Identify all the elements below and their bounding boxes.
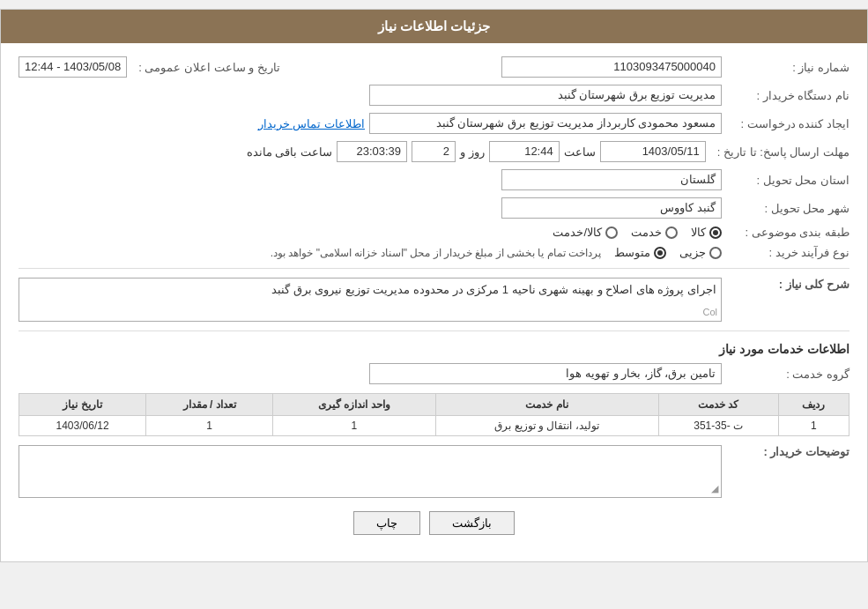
col-indicator: Col	[702, 307, 717, 317]
sharhKoli-text: اجرای پروژه های اصلاح و بهینه شهری ناحیه…	[271, 283, 716, 296]
namDastgah-label: نام دستگاه خریدار :	[726, 89, 849, 102]
content-area: شماره نیاز : 1103093475000040 تاریخ و سا…	[1, 43, 867, 561]
shomareNiaz-label: شماره نیاز :	[726, 61, 849, 74]
page-header: جزئیات اطلاعات نیاز	[1, 10, 867, 43]
button-row: بازگشت چاپ	[19, 511, 849, 548]
row-ijadKonande: ایجاد کننده درخواست : مسعود محمودی کاربر…	[19, 113, 849, 134]
tabaqe-khadamat-radio[interactable]	[665, 227, 678, 239]
shomareNiaz-value: 1103093475000040	[501, 56, 722, 78]
cell-vahed: 1	[273, 416, 435, 436]
cell-kod: ت -35-351	[658, 416, 778, 436]
tabaqe-radio-group: کالا خدمت کالا/خدمت	[553, 226, 722, 239]
cell-name: تولید، انتقال و توزیع برق	[435, 416, 658, 436]
mohlat-label: مهلت ارسال پاسخ: تا تاریخ :	[710, 145, 849, 159]
tabaqe-kala-khadamat: کالا/خدمت	[553, 226, 618, 239]
tabaqe-label: طبقه بندی موضوعی :	[726, 226, 849, 239]
th-kod: کد خدمت	[658, 394, 778, 416]
sharhKoli-container: اجرای پروژه های اصلاح و بهینه شهری ناحیه…	[19, 278, 722, 322]
tabaqe-kala: کالا	[691, 226, 722, 239]
tabaqe-kala-label: کالا	[691, 226, 706, 239]
ostan-label: استان محل تحویل :	[726, 174, 849, 187]
header-title: جزئیات اطلاعات نیاز	[378, 19, 490, 33]
mohlat-baqi: 23:03:39	[337, 141, 407, 162]
row-noeFarayand: نوع فرآیند خرید : جزیی متوسط پرداخت تمام…	[19, 246, 849, 259]
th-tarikh: تاریخ نیاز	[19, 394, 146, 416]
print-button[interactable]: چاپ	[353, 511, 420, 535]
tarikh-value: 1403/05/08 - 12:44	[19, 56, 127, 78]
tozihat-label: توضیحات خریدار :	[726, 445, 849, 458]
cell-radif: 1	[778, 416, 849, 436]
shahr-label: شهر محل تحویل :	[726, 202, 849, 215]
gohreKhadamat-label: گروه خدمت :	[726, 368, 849, 381]
noeFarayand-motavaset-radio[interactable]	[654, 247, 666, 259]
noeFarayand-radio-group: جزیی متوسط	[614, 246, 722, 259]
divider-1	[19, 268, 849, 269]
tozihat-col-indicator: ◢	[711, 483, 718, 494]
khadamat-title: اطلاعات خدمات مورد نیاز	[19, 342, 849, 356]
row-tabaqe: طبقه بندی موضوعی : کالا خدمت کالا/خدمت	[19, 226, 849, 239]
row-namDastgah: نام دستگاه خریدار : مدیریت توزیع برق شهر…	[19, 85, 849, 106]
ostan-value: گلستان	[501, 169, 722, 190]
row-sharhKoli: شرح کلی نیاز : اجرای پروژه های اصلاح و ب…	[19, 278, 849, 322]
sharhKoli-value: اجرای پروژه های اصلاح و بهینه شهری ناحیه…	[19, 278, 722, 322]
mohlat-saat-label: ساعت	[564, 145, 596, 159]
tabaqe-khadamat: خدمت	[631, 226, 678, 239]
back-button[interactable]: بازگشت	[429, 511, 515, 535]
tabaqe-khadamat-label: خدمت	[631, 226, 662, 239]
th-radif: ردیف	[778, 394, 849, 416]
table-row: 1 ت -35-351 تولید، انتقال و توزیع برق 1 …	[19, 416, 849, 436]
tozihat-value: ◢	[19, 445, 722, 498]
noeFarayand-motavaset: متوسط	[614, 246, 666, 259]
noeFarayand-motavaset-label: متوسط	[614, 246, 650, 259]
ijadKonande-label: ایجاد کننده درخواست :	[726, 117, 849, 130]
page-wrapper: جزئیات اطلاعات نیاز شماره نیاز : 1103093…	[0, 9, 868, 562]
row-shahr: شهر محل تحویل : گنبد کاووس	[19, 197, 849, 219]
th-vahed: واحد اندازه گیری	[273, 394, 435, 416]
cell-tedad: 1	[146, 416, 273, 436]
noeFarayand-jozi-label: جزیی	[679, 246, 706, 259]
tabaqe-kala-khadamat-radio[interactable]	[605, 227, 618, 239]
tabaqe-kala-radio[interactable]	[709, 227, 722, 239]
row-gohreKhadamat: گروه خدمت : تامین برق، گاز، بخار و تهویه…	[19, 363, 849, 384]
noeFarayand-label: نوع فرآیند خرید :	[726, 246, 849, 259]
tozihat-container: ◢	[19, 445, 722, 498]
row-mohlat: مهلت ارسال پاسخ: تا تاریخ : 1403/05/11 س…	[19, 141, 849, 162]
tarikh-label: تاریخ و ساعت اعلان عمومی :	[131, 61, 280, 74]
shahr-value: گنبد کاووس	[501, 197, 722, 219]
th-tedad: تعداد / مقدار	[146, 394, 273, 416]
mohlat-saat: 12:44	[489, 141, 560, 162]
gohreKhadamat-value: تامین برق، گاز، بخار و تهویه هوا	[369, 363, 722, 384]
mohlat-baqi-label: ساعت باقی مانده	[247, 145, 332, 159]
row-shomareNiaz: شماره نیاز : 1103093475000040 تاریخ و سا…	[19, 56, 849, 78]
noeFarayand-jozi-radio[interactable]	[709, 247, 722, 259]
mohlat-roz: 2	[412, 141, 456, 162]
etelaat-link[interactable]: اطلاعات تماس خریدار	[258, 117, 365, 130]
noeFarayand-jozi: جزیی	[679, 246, 722, 259]
tabaqe-kala-khadamat-label: کالا/خدمت	[553, 226, 602, 239]
mohlat-roz-label: روز و	[460, 145, 485, 159]
ijadKonande-value: مسعود محمودی کاربرداز مدیریت توزیع برق ش…	[369, 113, 722, 134]
services-table-section: ردیف کد خدمت نام خدمت واحد اندازه گیری ت…	[19, 393, 849, 436]
namDastgah-value: مدیریت توزیع برق شهرستان گنبد	[369, 85, 722, 106]
table-header-row: ردیف کد خدمت نام خدمت واحد اندازه گیری ت…	[19, 394, 849, 416]
th-name: نام خدمت	[435, 394, 658, 416]
mohlat-date: 1403/05/11	[600, 141, 706, 162]
sharhKoli-label: شرح کلی نیاز :	[726, 278, 849, 291]
row-tozihat: توضیحات خریدار : ◢	[19, 445, 849, 498]
noeFarayand-note: پرداخت تمام یا بخشی از مبلغ خریدار از مح…	[271, 247, 601, 259]
cell-tarikh: 1403/06/12	[19, 416, 146, 436]
services-table: ردیف کد خدمت نام خدمت واحد اندازه گیری ت…	[19, 393, 849, 436]
divider-2	[19, 330, 849, 331]
row-ostan: استان محل تحویل : گلستان	[19, 169, 849, 190]
